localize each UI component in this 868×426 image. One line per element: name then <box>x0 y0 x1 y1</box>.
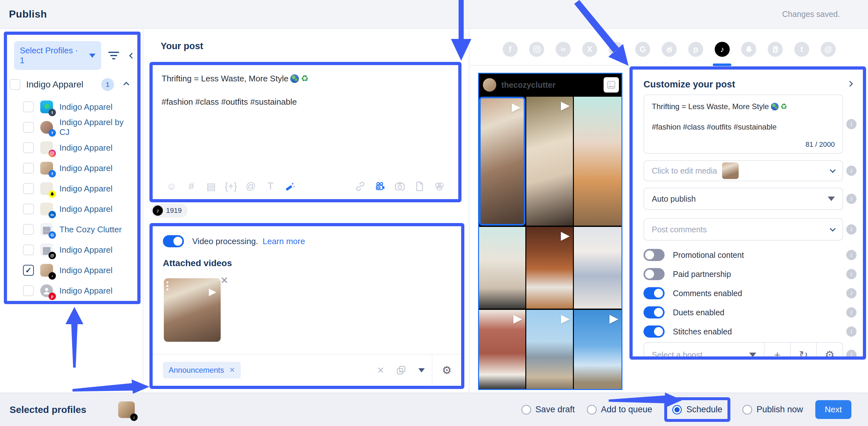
profile-checkbox[interactable] <box>23 163 34 173</box>
link-icon[interactable] <box>350 179 370 193</box>
profile-row[interactable]: ▦G The Cozy Clutter <box>14 219 134 240</box>
profile-checkbox[interactable] <box>23 183 34 194</box>
info-icon[interactable]: i <box>846 250 857 260</box>
profile-row[interactable]: p Indigo Apparel <box>14 281 134 301</box>
promotional-content-toggle[interactable] <box>644 249 664 261</box>
tab-linkedin[interactable]: in <box>556 42 571 57</box>
paid-partnership-toggle[interactable] <box>644 268 664 280</box>
tab-google-business[interactable]: G <box>635 42 650 57</box>
magic-wand-icon[interactable] <box>280 179 300 193</box>
profile-checkbox[interactable] <box>23 204 34 215</box>
radio-add-to-queue[interactable]: Add to queue <box>587 405 652 415</box>
tab-snapchat[interactable] <box>741 42 756 57</box>
profile-checkbox[interactable] <box>23 122 34 133</box>
clear-icon[interactable]: ✕ <box>370 365 391 375</box>
remove-label-icon[interactable]: ✕ <box>229 366 235 374</box>
mention-icon[interactable]: @ <box>241 179 260 193</box>
next-button[interactable]: Next <box>815 400 851 419</box>
info-icon[interactable]: i <box>846 166 857 176</box>
profile-row[interactable]: Indigo Apparel <box>14 178 134 199</box>
edit-media-select[interactable]: Click to edit media <box>644 160 843 181</box>
preview-media-button[interactable] <box>603 77 619 93</box>
profile-checkbox[interactable] <box>23 142 34 153</box>
learn-more-link[interactable]: Learn more <box>262 236 305 247</box>
preview-video-cell[interactable]: ▶ <box>526 97 573 226</box>
info-icon[interactable]: i <box>846 288 857 298</box>
copy-to-networks-icon[interactable] <box>391 365 411 375</box>
profile-row[interactable]: Indigo Apparel <box>14 137 134 158</box>
variables-icon[interactable]: {+} <box>221 179 241 193</box>
preview-video-cell[interactable] <box>479 227 525 308</box>
group-checkbox[interactable] <box>9 79 21 90</box>
preview-video-cell[interactable] <box>574 227 621 308</box>
video-icon[interactable] <box>370 179 390 193</box>
profile-checkbox[interactable] <box>23 285 34 296</box>
duets-enabled-toggle[interactable] <box>644 306 664 319</box>
boost-select[interactable]: Select a boost <box>644 343 764 360</box>
preview-video-cell[interactable]: ▶ <box>479 310 525 389</box>
settings-gear-icon[interactable]: ⚙ <box>432 355 461 386</box>
preview-video-cell[interactable]: ▶ <box>526 227 573 308</box>
camera-icon[interactable] <box>390 179 410 193</box>
collapse-panel-icon[interactable] <box>848 81 852 87</box>
saved-captions-icon[interactable]: ▤ <box>201 179 221 193</box>
info-icon[interactable]: i <box>846 119 857 129</box>
profile-row[interactable]: in Indigo Apparel <box>14 199 134 219</box>
more-options-caret[interactable] <box>411 368 432 372</box>
label-tag[interactable]: Announcements ✕ <box>163 362 241 379</box>
drag-handle-icon[interactable] <box>166 282 168 290</box>
hashtag-icon[interactable]: # <box>181 179 201 193</box>
tab-instagram[interactable] <box>529 42 544 57</box>
tab-x[interactable]: X <box>582 42 597 57</box>
profile-checkbox[interactable] <box>23 224 34 235</box>
preview-video-cell[interactable]: ▶ <box>526 310 573 389</box>
profile-checkbox[interactable] <box>23 101 34 112</box>
post-comments-input[interactable]: Post comments <box>644 218 843 240</box>
profile-checkbox[interactable] <box>23 244 34 255</box>
tab-tiktok[interactable]: ♪ <box>715 42 730 57</box>
tab-reddit[interactable] <box>662 42 677 57</box>
info-icon[interactable]: i <box>846 307 857 318</box>
publish-mode-select[interactable]: Auto publish <box>644 188 843 210</box>
emoji-icon[interactable]: ☺ <box>162 179 181 193</box>
post-caption-editor[interactable]: Thrifting = Less Waste, More Style ♻ #fa… <box>150 62 462 202</box>
profile-row[interactable]: f Indigo Apparel <box>14 158 134 178</box>
filter-icon[interactable] <box>108 52 119 59</box>
tab-tumblr[interactable]: t <box>794 42 809 57</box>
tab-blog[interactable] <box>768 42 783 57</box>
info-icon[interactable]: i <box>846 350 857 360</box>
video-processing-toggle[interactable] <box>163 235 184 247</box>
profile-row[interactable]: t Indigo Apparel <box>14 97 134 117</box>
attached-video-thumbnail[interactable]: ▶ <box>164 278 221 342</box>
text-format-icon[interactable]: T <box>260 179 280 193</box>
info-icon[interactable]: i <box>846 269 857 279</box>
remove-video-icon[interactable]: ✕ <box>220 275 228 286</box>
document-icon[interactable] <box>410 179 430 193</box>
tab-pinterest[interactable]: p <box>688 42 703 57</box>
comments-enabled-toggle[interactable] <box>644 287 664 299</box>
panel-caption-editor[interactable]: Thrifting = Less Waste, More Style ♻ #fa… <box>644 94 843 154</box>
add-boost-button[interactable]: + <box>764 343 790 360</box>
radio-schedule[interactable]: Schedule <box>672 405 722 415</box>
profile-row[interactable]: f Indigo Apparel by CJ <box>14 117 134 137</box>
tab-youtube[interactable]: ▶ <box>609 42 624 57</box>
tab-facebook[interactable]: f <box>503 42 518 57</box>
refresh-boost-icon[interactable]: ↻ <box>790 343 816 360</box>
info-icon[interactable]: i <box>846 224 857 234</box>
radio-save-draft[interactable]: Save draft <box>522 405 575 415</box>
preview-video-cell[interactable] <box>574 97 621 226</box>
selected-profile-avatar[interactable]: ♪ <box>118 401 135 418</box>
preview-video-cell[interactable]: ▶ <box>479 97 525 226</box>
info-icon[interactable]: i <box>846 326 857 337</box>
media-library-icon[interactable] <box>430 179 449 193</box>
info-icon[interactable]: i <box>846 194 857 204</box>
chevron-up-icon[interactable] <box>123 82 129 88</box>
select-profiles-dropdown[interactable]: Select Profiles · 1 <box>14 41 101 70</box>
boost-settings-gear-icon[interactable]: ⚙ <box>816 343 842 360</box>
collapse-sidebar-icon[interactable] <box>129 53 135 58</box>
tab-threads[interactable]: @ <box>821 42 836 57</box>
stitches-enabled-toggle[interactable] <box>644 326 664 338</box>
profile-row[interactable]: ✓ ♪ Indigo Apparel <box>14 260 134 281</box>
profile-row[interactable]: ▦@ Indigo Apparel <box>14 240 134 260</box>
profile-checkbox[interactable]: ✓ <box>23 265 34 276</box>
